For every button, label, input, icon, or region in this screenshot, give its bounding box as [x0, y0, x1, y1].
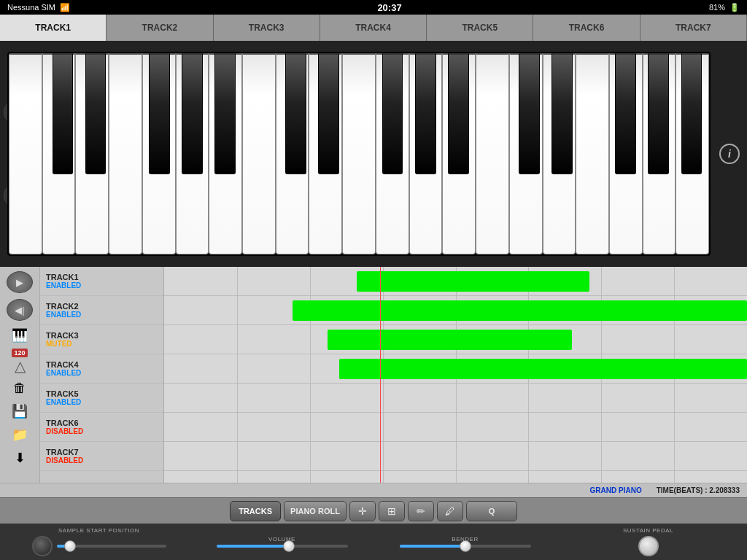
track6-label-row: TRACK6 DISABLED [40, 413, 163, 442]
white-key[interactable] [209, 53, 242, 254]
white-key[interactable] [442, 53, 476, 254]
volume-slider[interactable] [217, 545, 348, 548]
battery-label: 81% [709, 3, 725, 12]
seq-row-2[interactable] [164, 296, 747, 325]
seq-row-7[interactable] [164, 442, 747, 471]
grid-tool-button[interactable]: ⊞ [379, 501, 405, 521]
white-key[interactable] [42, 53, 76, 254]
download-icon[interactable]: ⬇ [9, 448, 30, 468]
track5-label-row: TRACK5 ENABLED [40, 384, 163, 413]
left-sidebar: ▶ ◀| 🎹 120 △ 🗑 💾 📁 ⬇ [0, 267, 40, 483]
track1-name: TRACK1 [46, 273, 163, 281]
seq-bar-4[interactable] [339, 359, 747, 379]
tracks-button[interactable]: TRACKS [230, 501, 281, 521]
wifi-icon: 📶 [60, 3, 70, 12]
track3-status: MUTED [46, 340, 163, 348]
move-tool-button[interactable]: ✛ [349, 501, 376, 521]
tab-track2[interactable]: TRACK2 [107, 15, 213, 41]
play-button[interactable]: ▶ [7, 271, 33, 293]
playhead [380, 267, 381, 483]
white-key[interactable] [109, 53, 142, 254]
tab-track3[interactable]: TRACK3 [214, 15, 320, 41]
white-key[interactable] [476, 53, 509, 254]
save-icon[interactable]: 💾 [9, 401, 30, 421]
sequencer[interactable] [164, 267, 747, 483]
folder-icon[interactable]: 📁 [9, 424, 30, 445]
track2-status: ENABLED [46, 311, 163, 319]
track5-name: TRACK5 [46, 389, 163, 398]
sustain-knob-row[interactable] [557, 536, 740, 556]
tab-track7[interactable]: TRACK7 [640, 15, 747, 41]
keys-container [9, 53, 709, 254]
track4-name: TRACK4 [46, 360, 163, 369]
q-button[interactable]: Q [466, 501, 517, 521]
tracks-list: TRACK1 ENABLED TRACK2 ENABLED TRACK3 MUT… [40, 267, 164, 483]
white-key[interactable] [142, 53, 176, 254]
white-key[interactable] [242, 53, 276, 254]
knob-row: SAMPLE START POSITION VOLUME BENDER [0, 524, 747, 560]
white-key[interactable] [75, 53, 109, 254]
track7-status: DISABLED [46, 456, 163, 464]
tempo-badge: 120 [12, 349, 27, 357]
piano-icon[interactable]: 🎹 [9, 325, 30, 346]
bender-slider[interactable] [400, 545, 531, 548]
tab-track5[interactable]: TRACK5 [427, 15, 533, 41]
info-button[interactable]: i [719, 144, 740, 164]
time-value: TIME(BEATS) : 2.208333 [657, 486, 740, 494]
seq-bar-3[interactable] [328, 330, 573, 350]
track3-label-row: TRACK3 MUTED [40, 325, 163, 354]
white-key[interactable] [409, 53, 443, 254]
white-key[interactable] [342, 53, 376, 254]
piano-keyboard[interactable] [7, 52, 711, 256]
white-key[interactable] [676, 53, 709, 254]
seq-bar-2[interactable] [293, 300, 747, 321]
rewind-to-start-button[interactable]: ◀| [7, 299, 33, 321]
white-key[interactable] [309, 53, 342, 254]
volume-group: VOLUME [190, 536, 374, 548]
tab-track4[interactable]: TRACK4 [320, 15, 427, 41]
track-tabs: TRACK1 TRACK2 TRACK3 TRACK4 TRACK5 TRACK… [0, 15, 747, 41]
seq-row-1[interactable] [164, 267, 747, 296]
piano-roll-button[interactable]: PIANO ROLL [284, 501, 347, 521]
white-key[interactable] [609, 53, 643, 254]
sample-start-slider-row[interactable] [7, 536, 190, 556]
track1-label-row: TRACK1 ENABLED [40, 267, 163, 296]
white-key[interactable] [509, 53, 543, 254]
status-left: Nessuna SIM 📶 [7, 3, 70, 12]
seq-row-4[interactable] [164, 354, 747, 384]
pencil-tool-button[interactable]: ✏ [408, 501, 434, 521]
white-key[interactable] [543, 53, 576, 254]
seq-bar-1[interactable] [357, 271, 590, 292]
seq-row-3[interactable] [164, 325, 747, 354]
sustain-label: SUSTAIN PEDAL [623, 527, 673, 534]
white-key[interactable] [576, 53, 609, 254]
trash-icon[interactable]: 🗑 [9, 378, 30, 398]
track2-label-row: TRACK2 ENABLED [40, 296, 163, 325]
track6-status: DISABLED [46, 427, 163, 435]
white-key[interactable] [9, 53, 42, 254]
white-key[interactable] [376, 53, 409, 254]
bottom-section: ▶ ◀| 🎹 120 △ 🗑 💾 📁 ⬇ TRACK1 ENABLED TRAC… [0, 267, 747, 560]
track5-status: ENABLED [46, 398, 163, 406]
track6-name: TRACK6 [46, 419, 163, 427]
bottom-info: GRAND PIANO TIME(BEATS) : 2.208333 [0, 483, 747, 497]
bender-slider-row[interactable] [374, 545, 557, 548]
sustain-knob[interactable] [638, 536, 659, 556]
bottom-toolbar: TRACKS PIANO ROLL ✛ ⊞ ✏ 🖊 Q [0, 497, 747, 524]
tab-track6[interactable]: TRACK6 [533, 15, 640, 41]
volume-slider-row[interactable] [190, 545, 374, 548]
seq-row-5[interactable] [164, 384, 747, 413]
track7-name: TRACK7 [46, 448, 163, 456]
white-key[interactable] [643, 53, 676, 254]
sample-start-slider[interactable] [57, 545, 166, 548]
piano-area: ▶▶ ◀◀ [0, 41, 747, 267]
white-key[interactable] [176, 53, 209, 254]
sample-start-knob[interactable] [32, 536, 53, 556]
eraser-tool-button[interactable]: 🖊 [437, 501, 463, 521]
seq-row-6[interactable] [164, 413, 747, 442]
time-display: 20:37 [377, 2, 401, 13]
track3-name: TRACK3 [46, 331, 163, 340]
white-key[interactable] [276, 53, 309, 254]
tab-track1[interactable]: TRACK1 [0, 15, 107, 41]
track2-name: TRACK2 [46, 302, 163, 311]
